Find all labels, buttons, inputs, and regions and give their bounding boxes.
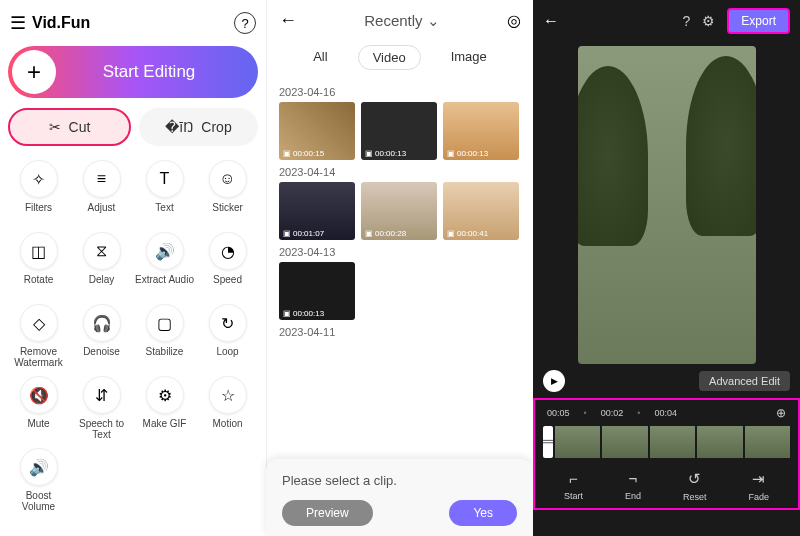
tool-boost-volume[interactable]: 🔊Boost Volume bbox=[8, 448, 69, 512]
video-thumbnail[interactable]: ▣00:00:13 bbox=[443, 102, 519, 160]
tool-label: Loop bbox=[216, 346, 238, 368]
tab-video[interactable]: Video bbox=[358, 45, 421, 70]
tool-icon: T bbox=[146, 160, 184, 198]
timeline-frame[interactable] bbox=[745, 426, 790, 458]
tool-icon: 🔇 bbox=[20, 376, 58, 414]
tool-text[interactable]: TText bbox=[134, 160, 195, 224]
action-fade[interactable]: ⇥Fade bbox=[748, 470, 769, 502]
tool-adjust[interactable]: ≡Adjust bbox=[71, 160, 132, 224]
tool-label: Filters bbox=[25, 202, 52, 224]
play-button[interactable]: ▶ bbox=[543, 370, 565, 392]
tool-icon: 🔊 bbox=[146, 232, 184, 270]
help-icon[interactable]: ? bbox=[234, 12, 256, 34]
tool-stabilize[interactable]: ▢Stabilize bbox=[134, 304, 195, 368]
tool-extract-audio[interactable]: 🔊Extract Audio bbox=[134, 232, 195, 296]
date-label: 2023-04-14 bbox=[267, 160, 533, 182]
tool-motion[interactable]: ☆Motion bbox=[197, 376, 258, 440]
tool-icon: ≡ bbox=[83, 160, 121, 198]
export-button[interactable]: Export bbox=[727, 8, 790, 34]
tool-label: Text bbox=[155, 202, 173, 224]
tool-denoise[interactable]: 🎧Denoise bbox=[71, 304, 132, 368]
tool-icon: ◔ bbox=[209, 232, 247, 270]
plus-icon: + bbox=[12, 50, 56, 94]
tab-image[interactable]: Image bbox=[437, 45, 501, 70]
tool-filters[interactable]: ✧Filters bbox=[8, 160, 69, 224]
action-start[interactable]: ⌐Start bbox=[564, 470, 583, 502]
menu-icon[interactable]: ☰ bbox=[10, 12, 26, 34]
tool-label: Sticker bbox=[212, 202, 243, 224]
gear-icon[interactable]: ⚙ bbox=[702, 13, 715, 29]
video-thumbnail[interactable]: ▣00:00:13 bbox=[279, 262, 355, 320]
video-thumbnail[interactable]: ▣00:01:07 bbox=[279, 182, 355, 240]
action-end[interactable]: ¬End bbox=[625, 470, 641, 502]
video-thumbnail[interactable]: ▣00:00:41 bbox=[443, 182, 519, 240]
back-icon[interactable]: ← bbox=[279, 10, 297, 31]
recently-dropdown[interactable]: Recently ⌄ bbox=[305, 12, 499, 30]
date-label: 2023-04-11 bbox=[267, 320, 533, 342]
end-icon: ¬ bbox=[629, 470, 638, 487]
timeline-frame[interactable] bbox=[555, 426, 600, 458]
tool-label: Remove Watermark bbox=[8, 346, 69, 368]
camera-icon: ▣ bbox=[283, 229, 291, 238]
tool-speed[interactable]: ◔Speed bbox=[197, 232, 258, 296]
start-editing-button[interactable]: + Start Editing bbox=[8, 46, 258, 98]
select-clip-dialog: Please select a clip. Preview Yes bbox=[266, 459, 533, 536]
camera-icon: ▣ bbox=[365, 229, 373, 238]
tool-label: Mute bbox=[27, 418, 49, 440]
duration: 00:00:13 bbox=[375, 149, 406, 158]
chevron-down-icon: ⌄ bbox=[427, 12, 440, 29]
tool-make-gif[interactable]: ⚙Make GIF bbox=[134, 376, 195, 440]
camera-icon: ▣ bbox=[365, 149, 373, 158]
zoom-icon[interactable]: ⊕ bbox=[776, 406, 786, 420]
scissors-icon: ✂ bbox=[49, 119, 61, 135]
time-current: 00:02 bbox=[601, 408, 624, 418]
cut-button[interactable]: ✂ Cut bbox=[8, 108, 131, 146]
tool-icon: 🎧 bbox=[83, 304, 121, 342]
editor-back-icon[interactable]: ← bbox=[543, 12, 559, 30]
tool-icon: ◇ bbox=[20, 304, 58, 342]
help-icon[interactable]: ? bbox=[683, 13, 691, 29]
video-preview[interactable] bbox=[578, 46, 756, 364]
timeline-frame[interactable] bbox=[602, 426, 647, 458]
crop-button[interactable]: �īŊ Crop bbox=[139, 108, 258, 146]
tool-icon: ⚙ bbox=[146, 376, 184, 414]
fade-icon: ⇥ bbox=[752, 470, 765, 488]
duration: 00:00:13 bbox=[293, 309, 324, 318]
camera-icon[interactable]: ◎ bbox=[507, 11, 521, 30]
advanced-edit-button[interactable]: Advanced Edit bbox=[699, 371, 790, 391]
crop-icon: �īŊ bbox=[165, 119, 193, 135]
tab-all[interactable]: All bbox=[299, 45, 341, 70]
timeline-frame[interactable] bbox=[697, 426, 742, 458]
time-end: 00:04 bbox=[654, 408, 677, 418]
timeline-frame[interactable] bbox=[650, 426, 695, 458]
timeline[interactable]: || bbox=[537, 424, 796, 460]
tool-sticker[interactable]: ☺Sticker bbox=[197, 160, 258, 224]
tool-mute[interactable]: 🔇Mute bbox=[8, 376, 69, 440]
start-icon: ⌐ bbox=[569, 470, 578, 487]
tool-loop[interactable]: ↻Loop bbox=[197, 304, 258, 368]
tool-delay[interactable]: ⧖Delay bbox=[71, 232, 132, 296]
tool-icon: ◫ bbox=[20, 232, 58, 270]
duration: 00:01:07 bbox=[293, 229, 324, 238]
video-thumbnail[interactable]: ▣00:00:28 bbox=[361, 182, 437, 240]
reset-icon: ↺ bbox=[688, 470, 701, 488]
preview-button[interactable]: Preview bbox=[282, 500, 373, 526]
dialog-message: Please select a clip. bbox=[282, 473, 517, 488]
tool-speech-to-text[interactable]: ⇵Speech to Text bbox=[71, 376, 132, 440]
duration: 00:00:28 bbox=[375, 229, 406, 238]
duration: 00:00:15 bbox=[293, 149, 324, 158]
video-thumbnail[interactable]: ▣00:00:13 bbox=[361, 102, 437, 160]
tool-icon: ⧖ bbox=[83, 232, 121, 270]
tool-icon: ↻ bbox=[209, 304, 247, 342]
tool-rotate[interactable]: ◫Rotate bbox=[8, 232, 69, 296]
action-reset[interactable]: ↺Reset bbox=[683, 470, 707, 502]
camera-icon: ▣ bbox=[283, 149, 291, 158]
camera-icon: ▣ bbox=[283, 309, 291, 318]
video-thumbnail[interactable]: ▣00:00:15 bbox=[279, 102, 355, 160]
tool-icon: ▢ bbox=[146, 304, 184, 342]
yes-button[interactable]: Yes bbox=[449, 500, 517, 526]
camera-icon: ▣ bbox=[447, 229, 455, 238]
tool-remove-watermark[interactable]: ◇Remove Watermark bbox=[8, 304, 69, 368]
timeline-handle[interactable]: || bbox=[543, 426, 553, 458]
duration: 00:00:41 bbox=[457, 229, 488, 238]
